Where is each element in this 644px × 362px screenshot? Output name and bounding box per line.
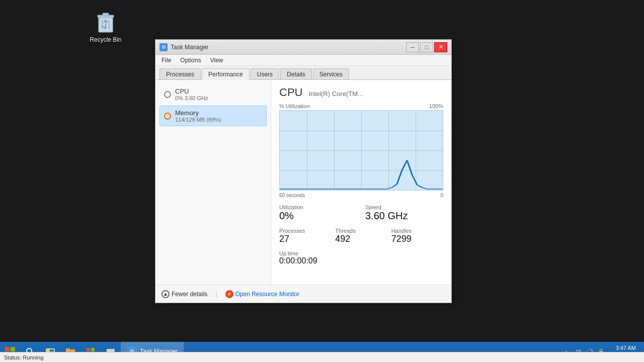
titlebar-left: ⚙ Task Manager <box>159 43 208 51</box>
recycle-bin-icon[interactable]: Recycle Bin <box>86 10 126 43</box>
svg-rect-16 <box>66 348 70 350</box>
speed-stat: Speed 3.60 GHz <box>365 204 443 222</box>
menu-view[interactable]: View <box>206 56 227 65</box>
tab-details[interactable]: Details <box>280 68 312 79</box>
utilization-stat-label: Utilization <box>279 204 357 210</box>
utilization-stat: Utilization 0% <box>279 204 357 222</box>
cpu-stats: Utilization 0% Speed 3.60 GHz <box>279 204 443 222</box>
open-resource-monitor-button[interactable]: ⚡ Open Resource Monitor <box>225 290 299 298</box>
resource-cpu[interactable]: CPU 0% 3.60 GHz <box>159 84 267 105</box>
cpu-detail: 0% 3.60 GHz <box>175 95 262 101</box>
open-resource-monitor-label: Open Resource Monitor <box>235 291 299 298</box>
window-controls: ─ □ ✕ <box>406 42 447 52</box>
status-text: Status: Running <box>4 354 43 360</box>
cpu-counters: Processes 27 Threads 492 Handles 7299 <box>279 228 443 244</box>
threads-value: 492 <box>335 234 387 244</box>
memory-name: Memory <box>175 109 262 117</box>
tab-bar: Processes Performance Users Details Serv… <box>155 66 451 80</box>
minimize-button[interactable]: ─ <box>406 42 419 52</box>
tab-services[interactable]: Services <box>313 68 349 79</box>
status-bar: Status: Running <box>0 352 644 362</box>
cpu-header: CPU Intel(R) Core(TM... <box>279 86 443 99</box>
cpu-model: Intel(R) Core(TM... <box>308 90 363 98</box>
svg-rect-17 <box>87 348 90 351</box>
svg-rect-13 <box>46 349 50 351</box>
cpu-graph-svg <box>280 111 443 190</box>
recycle-bin-label: Recycle Bin <box>90 36 121 43</box>
fewer-details-label: Fewer details <box>172 291 207 298</box>
titlebar: ⚙ Task Manager ─ □ ✕ <box>155 40 451 55</box>
handles-counter: Handles 7299 <box>391 228 443 244</box>
speed-stat-value: 3.60 GHz <box>365 210 443 222</box>
maximize-button[interactable]: □ <box>420 42 433 52</box>
clock-time: 3:47 AM <box>616 344 636 352</box>
close-button[interactable]: ✕ <box>434 42 447 52</box>
graph-label-left: 60 seconds <box>279 193 305 198</box>
memory-detail: 114/128 MB (89%) <box>175 117 262 123</box>
uptime-group: Up time 0:00:00:09 <box>279 250 443 265</box>
svg-rect-18 <box>91 348 95 351</box>
graph-label-right: 0 <box>440 193 443 198</box>
footer-divider: | <box>215 291 217 298</box>
svg-rect-7 <box>11 347 15 351</box>
uptime-value: 0:00:00:09 <box>279 256 443 265</box>
menubar: File Options View <box>155 55 451 66</box>
tab-processes[interactable]: Processes <box>159 68 201 79</box>
utilization-header: % Utilization 100% <box>279 103 443 109</box>
resource-list: CPU 0% 3.60 GHz Memory 114/128 MB (89%) <box>155 80 271 285</box>
svg-rect-2 <box>103 13 109 16</box>
menu-file[interactable]: File <box>157 56 175 65</box>
task-manager-window: ⚙ Task Manager ─ □ ✕ File Options View P… <box>155 39 452 303</box>
speed-stat-label: Speed <box>365 204 443 210</box>
tab-performance[interactable]: Performance <box>202 68 250 80</box>
cpu-title: CPU <box>279 86 302 99</box>
memory-info: Memory 114/128 MB (89%) <box>175 109 262 123</box>
handles-value: 7299 <box>391 234 443 244</box>
processes-value: 27 <box>279 234 331 244</box>
resource-memory[interactable]: Memory 114/128 MB (89%) <box>159 106 267 126</box>
memory-dot <box>164 113 171 120</box>
cpu-info: CPU 0% 3.60 GHz <box>175 87 262 101</box>
window-title: Task Manager <box>171 44 208 51</box>
fewer-details-icon: ▲ <box>162 290 170 298</box>
cpu-graph <box>279 110 443 191</box>
svg-rect-6 <box>5 347 10 351</box>
cpu-details-panel: CPU Intel(R) Core(TM... % Utilization 10… <box>271 80 451 285</box>
content-area: CPU 0% 3.60 GHz Memory 114/128 MB (89%) … <box>155 80 451 285</box>
cpu-name: CPU <box>175 87 262 95</box>
uptime-label: Up time <box>279 250 443 256</box>
handles-label: Handles <box>391 228 443 234</box>
utilization-max: 100% <box>429 103 443 109</box>
fewer-details-button[interactable]: ▲ Fewer details <box>162 290 207 298</box>
resource-monitor-icon: ⚡ <box>225 290 233 298</box>
footer: ▲ Fewer details | ⚡ Open Resource Monito… <box>155 285 451 303</box>
tab-users[interactable]: Users <box>251 68 279 79</box>
processes-counter: Processes 27 <box>279 228 331 244</box>
graph-labels: 60 seconds 0 <box>279 193 443 198</box>
window-icon: ⚙ <box>159 43 168 51</box>
threads-counter: Threads 492 <box>335 228 387 244</box>
cpu-dot <box>164 91 171 98</box>
utilization-label: % Utilization <box>279 103 310 109</box>
desktop: Recycle Bin ⚙ Task Manager ─ □ ✕ File Op… <box>0 0 644 342</box>
processes-label: Processes <box>279 228 331 234</box>
utilization-stat-value: 0% <box>279 210 357 222</box>
threads-label: Threads <box>335 228 387 234</box>
menu-options[interactable]: Options <box>176 56 205 65</box>
